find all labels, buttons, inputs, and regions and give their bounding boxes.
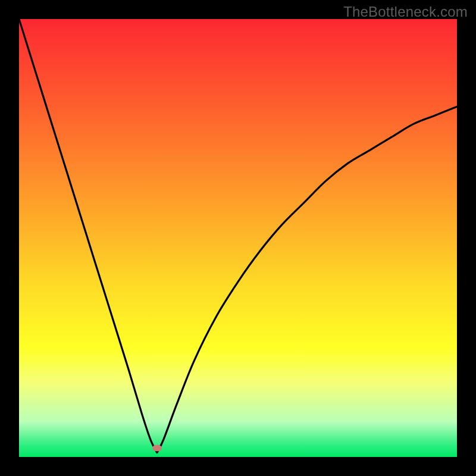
bottleneck-curve bbox=[19, 19, 457, 457]
optimal-marker bbox=[152, 445, 162, 452]
watermark-text: TheBottleneck.com bbox=[343, 4, 468, 20]
plot-area bbox=[19, 19, 457, 457]
